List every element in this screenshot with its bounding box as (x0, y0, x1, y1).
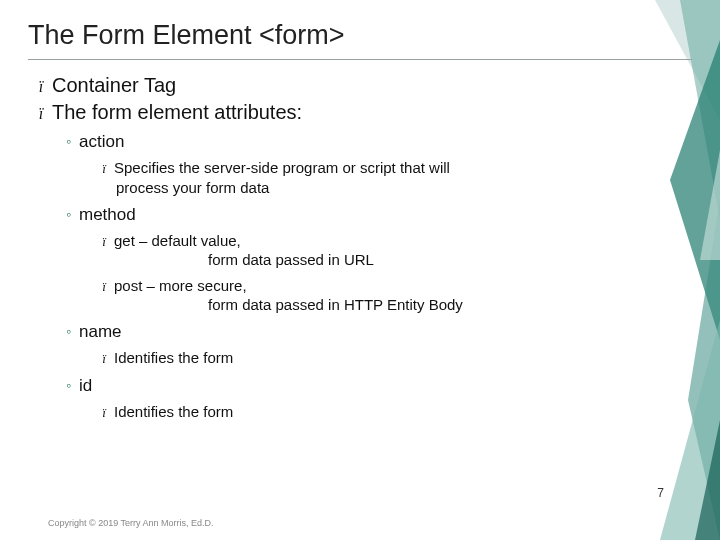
swirl-bullet-icon: ï (98, 279, 110, 296)
swirl-bullet-icon: ï (98, 351, 110, 368)
slide-content: The Form Element <form> ïContainer Tag ï… (0, 0, 720, 422)
attr-id-desc: ïIdentifies the form (98, 402, 692, 422)
attr-action: ◦action (66, 132, 692, 152)
attr-id: ◦id (66, 376, 692, 396)
swirl-bullet-icon: ï (34, 105, 48, 123)
swirl-bullet-icon: ï (98, 234, 110, 251)
attr-method: ◦method (66, 205, 692, 225)
copyright-text: Copyright © 2019 Terry Ann Morris, Ed.D. (48, 518, 214, 528)
bullet-form-attributes: ïThe form element attributes: (34, 101, 692, 124)
circle-bullet-icon: ◦ (66, 377, 71, 393)
swirl-bullet-icon: ï (98, 405, 110, 422)
attr-action-desc: ïSpecifies the server-side program or sc… (98, 158, 692, 197)
attr-name-desc: ïIdentifies the form (98, 348, 692, 368)
page-number: 7 (657, 486, 664, 500)
attr-name: ◦name (66, 322, 692, 342)
svg-marker-5 (695, 420, 720, 540)
swirl-bullet-icon: ï (98, 161, 110, 178)
attr-method-post: ïpost – more secure, form data passed in… (98, 276, 692, 315)
circle-bullet-icon: ◦ (66, 323, 71, 339)
slide-title: The Form Element <form> (28, 20, 692, 60)
bullet-container-tag: ïContainer Tag (34, 74, 692, 97)
circle-bullet-icon: ◦ (66, 133, 71, 149)
attr-method-get: ïget – default value, form data passed i… (98, 231, 692, 270)
circle-bullet-icon: ◦ (66, 206, 71, 222)
swirl-bullet-icon: ï (34, 78, 48, 96)
